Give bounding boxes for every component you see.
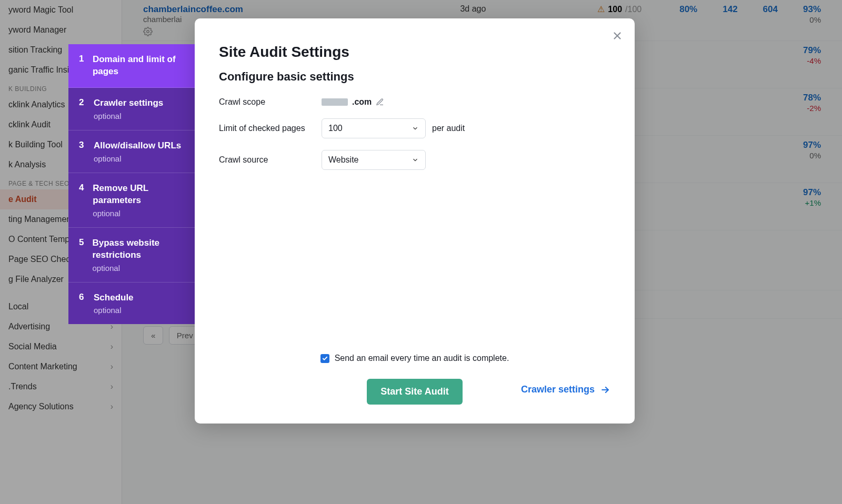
step-number: 6 [79,292,85,315]
step-number: 1 [79,54,84,78]
metric: 78% [803,93,821,103]
modal-subtitle: Configure basic settings [219,70,610,84]
field-crawl-scope: Crawl scope .com [219,97,610,107]
email-checkbox-row[interactable]: Send an email every time an audit is com… [219,354,610,363]
step-number: 3 [79,140,85,163]
metric: 79% [803,45,821,55]
modal-actions: Start Site Audit Crawler settings [219,379,610,405]
metric: 93% [803,4,821,14]
step-optional: optional [92,264,184,273]
step-number: 5 [79,237,84,273]
nav-label: Advertising [8,322,50,331]
step-optional: optional [94,112,163,120]
step-optional: optional [93,209,184,218]
metric: 604 [763,4,778,25]
metric-delta: +1% [805,198,821,207]
svg-point-0 [147,31,149,33]
modal-container: 1 Domain and limit of pages 2 Crawler se… [68,44,635,424]
warning-icon: ⚠ [597,4,605,14]
step-domain-limit[interactable]: 1 Domain and limit of pages [68,44,195,88]
metric-delta: -4% [807,56,821,65]
score-total: /100 [625,5,641,14]
start-site-audit-button[interactable]: Start Site Audit [367,379,462,405]
field-crawl-source: Crawl source Website [219,150,610,170]
step-allow-disallow[interactable]: 3 Allow/disallow URLsoptional [68,130,195,173]
domain-link[interactable]: chamberlaincoffee.com [143,4,243,15]
settings-stepper: 1 Domain and limit of pages 2 Crawler se… [68,44,195,324]
metric-delta: 0% [809,15,821,24]
field-suffix: per audit [432,124,465,133]
redacted-domain [322,98,348,106]
source-select[interactable]: Website [322,150,426,170]
select-value: Website [328,155,359,165]
nav-label: .Trends [8,382,37,391]
step-optional: optional [94,306,134,315]
field-label: Crawl scope [219,97,322,107]
metric-delta: 0% [809,151,821,160]
field-limit-pages: Limit of checked pages 100 per audit [219,118,610,138]
arrow-right-icon [600,385,610,395]
nav-label: Content Marketing [8,362,77,371]
field-label: Crawl source [219,155,322,165]
site-audit-settings-modal: Site Audit Settings Configure basic sett… [195,18,635,424]
nav-label: Agency Solutions [8,402,74,411]
step-label: Crawler settings [94,98,163,108]
step-crawler-settings[interactable]: 2 Crawler settingsoptional [68,88,195,130]
step-optional: optional [94,154,181,163]
step-label: Domain and limit of pages [93,54,176,76]
modal-footer: Send an email every time an audit is com… [195,354,635,405]
step-label: Remove URL parameters [93,183,148,205]
nav-item[interactable]: yword Manager [0,20,122,40]
step-schedule[interactable]: 6 Scheduleoptional [68,283,195,325]
crawler-settings-link[interactable]: Crawler settings [521,384,610,395]
metric: 97% [803,187,821,197]
step-number: 2 [79,97,85,120]
last-crawl: 3d ago [460,4,486,14]
field-label: Limit of checked pages [219,124,322,133]
checkbox-checked-icon[interactable] [320,354,329,363]
step-label: Bypass website restrictions [92,238,159,260]
step-label: Schedule [94,293,134,303]
score-value: 100 [608,5,622,14]
metric: 142 [723,4,737,25]
step-bypass[interactable]: 5 Bypass website restrictionsoptional [68,228,195,283]
checkbox-label: Send an email every time an audit is com… [335,354,509,363]
domain-suffix: .com [352,97,372,107]
nav-item[interactable]: yword Magic Tool [0,0,122,20]
nav-label: Social Media [8,342,57,351]
step-remove-params[interactable]: 4 Remove URL parametersoptional [68,173,195,228]
edit-icon[interactable] [376,98,384,106]
metric-delta: -2% [807,104,821,113]
step-number: 4 [79,183,84,218]
metric: 97% [803,140,821,150]
close-button[interactable] [612,30,623,42]
metric: 80% [679,4,697,25]
link-label: Crawler settings [521,384,595,395]
chevron-down-icon [412,156,419,164]
modal-title: Site Audit Settings [219,44,610,61]
chevron-down-icon [412,125,419,132]
select-value: 100 [328,124,343,133]
step-label: Allow/disallow URLs [94,140,181,150]
nav-label: Local [8,302,28,311]
limit-select[interactable]: 100 [322,118,426,138]
